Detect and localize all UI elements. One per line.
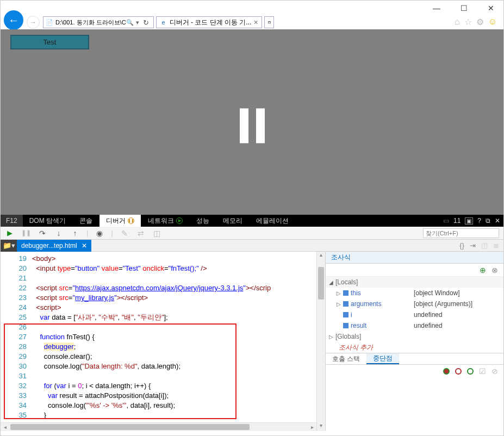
nav-forward-button[interactable]: →	[27, 16, 40, 29]
scroll-up-icon[interactable]: ▴	[317, 252, 325, 260]
expand-icon[interactable]: ▷	[337, 301, 343, 307]
layout-button[interactable]: ◫	[481, 241, 488, 250]
breakpoint-actions: ☑ ⊘	[326, 365, 503, 378]
collapse-icon[interactable]: ◢	[329, 279, 335, 285]
bottom-tabs: 호출 스택 중단점	[326, 353, 503, 365]
watch-var-name: result	[343, 322, 414, 329]
watch-var-value: undefined	[414, 311, 443, 319]
file-tab-active[interactable]: debugger...tep.html ✕	[17, 240, 91, 252]
bp-clear-icon[interactable]: ⊘	[491, 367, 498, 376]
feedback-icon[interactable]: ☺	[488, 17, 497, 27]
code-body: <body> <input type="button" value="Test"…	[32, 252, 325, 431]
tab-debugger[interactable]: 디버거 ❚❚	[99, 215, 141, 227]
code-editor[interactable]: 19202122232425262728➔293031323334353637 …	[1, 252, 325, 431]
pause-indicator-icon: ❚❚	[128, 217, 134, 224]
find-input[interactable]	[423, 228, 499, 238]
devtools-close-button[interactable]: ✕	[495, 217, 500, 225]
watch-row[interactable]: ▷arguments[object (Arguments)]	[326, 298, 503, 309]
address-text: D:\001. 동기화 드라이브\C	[55, 18, 126, 27]
watch-var-name: arguments	[343, 300, 414, 308]
file-picker-button[interactable]: 📁▾	[1, 240, 17, 252]
tab-title: 디버거 - 코드 단계 이동 기...	[170, 18, 252, 27]
watch-row[interactable]: ▷this[object Window]	[326, 288, 503, 298]
bp-disable-icon[interactable]	[455, 368, 462, 375]
pretty-print-button[interactable]: ⇄	[136, 229, 146, 238]
tab-call-stack[interactable]: 호출 스택	[326, 353, 366, 364]
step-over-button[interactable]: ↷	[38, 229, 47, 238]
devtools-tabs: F12 DOM 탐색기 콘솔 디버거 ❚❚ 네트워크 ▶ 성능 메모리 에뮬레이…	[1, 215, 503, 227]
scroll-left-icon[interactable]: ◂	[1, 423, 9, 431]
add-watch-icon[interactable]: ⊕	[480, 266, 486, 275]
tab-emulation[interactable]: 에뮬레이션	[250, 215, 296, 227]
continue-button[interactable]: ▶	[5, 229, 15, 237]
clear-watch-icon[interactable]: ⊗	[491, 266, 498, 275]
scroll-thumb[interactable]	[318, 267, 324, 300]
watch-row[interactable]: resultundefined	[326, 320, 503, 331]
devtools-panel: F12 DOM 탐색기 콘솔 디버거 ❚❚ 네트워크 ▶ 성능 메모리 에뮬레이…	[1, 215, 503, 431]
pause-overlay-icon	[240, 108, 265, 143]
scroll-down-icon[interactable]: ▾	[317, 422, 325, 431]
refresh-button[interactable]: ↻	[141, 18, 151, 27]
horizontal-scrollbar[interactable]: ◂ ▸	[1, 422, 316, 431]
watch-var-name: this	[343, 289, 414, 297]
home-icon[interactable]: ⌂	[455, 17, 460, 27]
format-button[interactable]: {}	[459, 241, 464, 250]
tab-console[interactable]: 콘솔	[73, 215, 99, 227]
object-icon	[343, 323, 349, 328]
scroll-right-icon[interactable]: ▸	[308, 423, 316, 431]
maximize-button[interactable]: ☐	[456, 3, 472, 14]
address-dropdown[interactable]: ▾	[134, 19, 141, 26]
object-icon	[343, 312, 349, 317]
debugger-toolbar: ▶ ❚❚ ↷ ↓ ↑ | ◉ | ✎ ⇄ ◫	[1, 227, 503, 240]
ie-icon: e	[160, 18, 167, 26]
browser-actions: ⌂ ☆ ⚙ ☺	[455, 17, 497, 27]
favorites-icon[interactable]: ☆	[464, 17, 472, 27]
test-button[interactable]: Test	[10, 35, 89, 49]
minimize-button[interactable]: —	[428, 3, 445, 14]
settings-icon[interactable]: ⚙	[476, 17, 484, 27]
step-into-button[interactable]: ↓	[54, 229, 64, 238]
step-out-button[interactable]: ↑	[70, 229, 80, 238]
tab-performance[interactable]: 성능	[190, 215, 216, 227]
console-toggle-icon[interactable]: ▣	[465, 217, 473, 225]
breakpoint-button[interactable]: ◉	[95, 229, 104, 238]
expand-icon[interactable]: ▷	[329, 334, 335, 340]
bp-event-icon[interactable]	[467, 368, 474, 375]
tab-dom-explorer[interactable]: DOM 탐색기	[23, 215, 73, 227]
list-button[interactable]: ≣	[493, 241, 499, 250]
hscroll-thumb[interactable]	[10, 424, 250, 430]
bp-enable-icon[interactable]	[443, 368, 450, 375]
close-button[interactable]: ✕	[483, 3, 499, 14]
tab-close-button[interactable]: ✕	[253, 19, 258, 26]
globals-group[interactable]: ▷ [Globals]	[326, 331, 503, 342]
watch-header[interactable]: 조사식	[326, 252, 503, 264]
new-tab-button[interactable]: ▫	[264, 16, 274, 28]
locals-group[interactable]: ◢ [Locals]	[326, 277, 503, 288]
vertical-scrollbar[interactable]: ▴ ▾	[316, 252, 325, 431]
error-count: 11	[453, 217, 461, 225]
script-icon[interactable]: ▭	[443, 217, 449, 225]
expand-icon[interactable]: ▷	[337, 290, 343, 296]
pause-button[interactable]: ❚❚	[21, 229, 31, 236]
undock-button[interactable]: ⧉	[486, 217, 490, 225]
bp-check-icon[interactable]: ☑	[479, 367, 486, 376]
watch-tree: ◢ [Locals] ▷this[object Window]▷argument…	[326, 277, 503, 353]
tab-breakpoints[interactable]: 중단점	[366, 353, 399, 364]
watch-row[interactable]: iundefined	[326, 309, 503, 320]
help-button[interactable]: ?	[477, 217, 481, 225]
word-wrap-button[interactable]: ◫	[152, 229, 162, 238]
exceptions-button[interactable]: ✎	[120, 229, 129, 238]
devtools-right-actions: ▭ 11 ▣ ? ⧉ ✕	[443, 215, 503, 227]
address-bar[interactable]: 📄 D:\001. 동기화 드라이브\C 🔍 ▾ ↻	[43, 16, 154, 28]
watch-pane: 조사식 ⊕ ⊗ ◢ [Locals] ▷this[object Window]▷…	[325, 252, 503, 431]
browser-tab[interactable]: e 디버거 - 코드 단계 이동 기... ✕	[156, 16, 263, 28]
line-gutter: 19202122232425262728➔293031323334353637	[1, 252, 32, 431]
file-tab-close-button[interactable]: ✕	[82, 242, 87, 250]
window-title-bar: — ☐ ✕	[1, 1, 503, 15]
search-icon[interactable]: 🔍	[126, 19, 134, 26]
tab-network[interactable]: 네트워크 ▶	[141, 215, 190, 227]
add-expression[interactable]: 조사식 추가	[326, 342, 503, 353]
nav-back-button[interactable]: ←	[4, 10, 23, 30]
tab-memory[interactable]: 메모리	[216, 215, 250, 227]
indent-button[interactable]: ⇥	[470, 241, 476, 250]
